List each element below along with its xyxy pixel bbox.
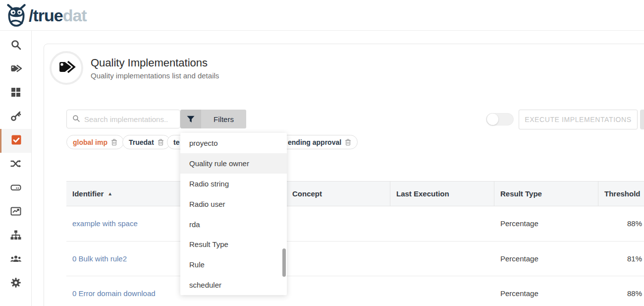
chip-label: ending approval [288,138,341,146]
sidebar-nav [0,31,32,306]
result-type-cell: Percentage [494,276,598,306]
edge-partial-button[interactable] [640,110,644,129]
tags-icon [10,62,22,76]
column-header-concept[interactable]: Concept [286,182,390,206]
filters-label: Filters [201,110,246,128]
filter-chip[interactable]: Truedat [122,135,170,149]
column-header-result-type[interactable]: Result Type [494,182,598,206]
chip-label: Truedat [129,138,154,146]
shuffle-icon [10,158,22,172]
dropdown-item-highlighted[interactable]: Quality rule owner [180,153,287,174]
execute-toggle[interactable] [486,113,514,125]
search-input[interactable] [84,115,173,123]
key-icon [10,110,22,124]
result-type-cell: Percentage [494,242,598,276]
trash-icon[interactable] [111,139,117,146]
trash-icon[interactable] [158,139,164,146]
threshold-cell: 81% [598,242,644,276]
users-icon [10,253,22,267]
filters-button[interactable]: Filters [180,110,246,128]
sidebar-item-sources[interactable] [0,177,31,200]
page: /truedat [0,0,644,306]
tag-badge-icon [56,57,76,79]
top-bar: /truedat [0,0,644,31]
dropdown-item[interactable]: rda [180,214,287,235]
sidebar-item-search[interactable] [0,34,31,58]
search-icon [10,39,22,53]
table-row: 0 Error domain download Percentage 88% [66,276,644,306]
check-square-icon [10,134,22,148]
drive-icon [10,182,22,195]
funnel-icon [180,110,201,128]
column-header-threshold[interactable]: Threshold [598,182,644,206]
concept-cell [286,276,390,306]
toggle-knob [487,114,498,125]
concept-cell [286,242,390,276]
implementations-table: Identifier ▲ Concept Last Execution Resu… [66,181,644,306]
dropdown-item[interactable]: scheduler [180,275,287,295]
last-execution-cell [390,242,494,276]
truedat-logo[interactable]: /truedat [5,3,87,27]
column-header-last-execution[interactable]: Last Execution [390,182,494,206]
concept-cell [286,206,390,241]
sidebar-item-quality[interactable] [0,129,31,153]
result-type-cell: Percentage [494,206,598,241]
search-box [66,110,180,128]
sitemap-icon [10,229,22,243]
page-subtitle: Quality implementations list and details [91,71,219,80]
last-execution-cell [390,276,494,306]
sidebar-item-structures[interactable] [0,224,31,248]
sort-asc-icon: ▲ [107,191,112,196]
chart-icon [10,205,22,219]
grid-icon [10,86,22,100]
sidebar-item-dashboards[interactable] [0,200,31,224]
table-header-row: Identifier ▲ Concept Last Execution Resu… [66,181,644,206]
chip-label: te [173,138,179,146]
page-title: Quality Implementations [91,57,208,69]
logo-text-dat: dat [63,6,87,25]
sidebar-item-lineage[interactable] [0,153,31,177]
sidebar-item-access[interactable] [0,105,31,129]
threshold-cell: 88% [598,276,644,306]
dropdown-scrollbar[interactable] [282,248,286,277]
sidebar-item-users[interactable] [0,248,31,272]
execute-implementations-button[interactable]: EXECUTE IMPLEMENTATIONS [519,110,638,129]
trash-icon[interactable] [345,139,351,146]
filter-chip[interactable]: ending approval [275,135,358,149]
dropdown-item[interactable]: Result Type [180,234,287,254]
filters-dropdown: proyecto Quality rule owner Radio string… [180,133,287,295]
dropdown-item[interactable]: proyecto [180,133,287,153]
sidebar-item-catalog[interactable] [0,81,31,105]
search-icon [72,114,80,124]
logo-text-true: /true [29,6,63,25]
quality-badge [50,51,83,85]
dropdown-item[interactable]: Radio user [180,194,287,214]
chip-label: global imp [73,138,107,146]
threshold-cell: 88% [598,206,644,241]
table-row: 0 Bulk with rule2 Percentage 81% [66,242,644,277]
dropdown-item[interactable]: Radio string [180,174,287,194]
dropdown-item[interactable]: Rule [180,254,287,275]
owl-icon [5,3,28,27]
gear-icon [10,277,22,291]
sidebar-item-settings[interactable] [0,272,31,296]
sidebar-item-glossary[interactable] [0,58,31,81]
table-row: example with space Percentage 88% [66,206,644,242]
last-execution-cell [390,206,494,241]
filter-chip[interactable]: global imp [66,135,124,149]
